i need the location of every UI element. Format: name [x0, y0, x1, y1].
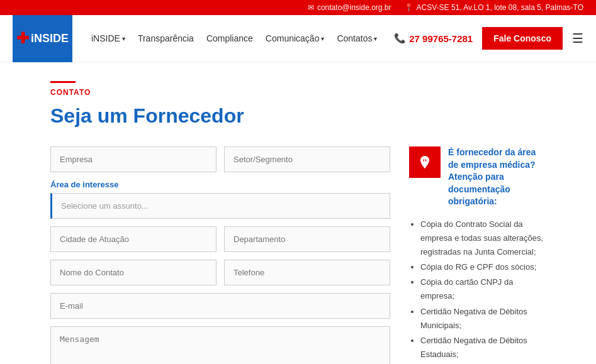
email-icon: ✉ [308, 3, 314, 12]
info-column: É fornecedor da área de empresa médica? … [409, 146, 546, 364]
email-group [50, 293, 390, 319]
info-title: É fornecedor da área de empresa médica? … [448, 146, 546, 208]
header: ✚ iNSIDE iNSIDE ▾ Transparência Complian… [0, 15, 596, 62]
header-right: 📞 27 99765-7281 Fale Conosco ☰ [394, 27, 583, 50]
mensagem-group [50, 326, 390, 364]
hamburger-icon[interactable]: ☰ [572, 31, 583, 46]
location-icon: 📍 [404, 3, 413, 12]
logo-text: iNSIDE [31, 32, 69, 45]
nav-item-compliance[interactable]: Compliance [206, 33, 253, 43]
list-item: Cópia do Contrato Social da empresa e to… [420, 218, 546, 259]
email-input[interactable] [50, 293, 390, 319]
section-label: CONTATO [50, 88, 546, 97]
content-area: Área de interesse Selecione um assunto..… [50, 146, 546, 364]
phone-number: 📞 27 99765-7281 [394, 33, 473, 44]
top-bar-email: ✉ contato@inside.org.br [308, 3, 391, 12]
cidade-input[interactable] [50, 226, 216, 252]
list-item: Cópia do RG e CPF dos sócios; [420, 260, 546, 274]
form-row-nome-telefone [50, 260, 390, 285]
svg-rect-1 [424, 160, 425, 162]
area-select[interactable]: Selecione um assunto... [50, 193, 390, 219]
mensagem-textarea[interactable] [50, 326, 390, 364]
svg-rect-0 [424, 158, 425, 159]
logo-cross-icon: ✚ [16, 30, 29, 47]
medical-icon-box [409, 146, 441, 178]
section-label-line [50, 81, 76, 83]
medical-icon [417, 155, 432, 170]
form-column: Área de interesse Selecione um assunto..… [50, 146, 390, 364]
empresa-input[interactable] [50, 146, 216, 172]
main-nav: iNSIDE ▾ Transparência Compliance Comuni… [91, 33, 394, 43]
list-item: Certidão Negativa de Débitos Municipais; [420, 305, 546, 333]
top-bar: ✉ contato@inside.org.br 📍 ACSV-SE 51, Av… [0, 0, 596, 15]
top-bar-address: 📍 ACSV-SE 51, Av.LO 1, lote 08, sala 5, … [404, 3, 583, 12]
page-title: Seja um Fornecedor [50, 104, 546, 128]
info-box: É fornecedor da área de empresa médica? … [409, 146, 546, 364]
nav-item-inside[interactable]: iNSIDE ▾ [91, 33, 125, 43]
nav-item-transparencia[interactable]: Transparência [138, 33, 194, 43]
form-row-empresa-setor [50, 146, 390, 172]
list-item: Certidão Negativa de Débitos Estaduais; [420, 334, 546, 361]
nav-item-comunicacao[interactable]: Comunicação ▾ [266, 33, 325, 43]
list-item: Cópia do cartão CNPJ da empresa; [420, 275, 546, 303]
telefone-input[interactable] [224, 260, 390, 285]
phone-icon: 📞 [394, 33, 406, 44]
logo[interactable]: ✚ iNSIDE [13, 15, 72, 62]
area-interesse-group: Área de interesse Selecione um assunto..… [50, 180, 390, 226]
nome-input[interactable] [50, 260, 216, 285]
fale-conosco-button[interactable]: Fale Conosco [482, 27, 563, 50]
form-row-cidade-depto [50, 226, 390, 252]
departamento-input[interactable] [224, 226, 390, 252]
nav-item-contatos[interactable]: Contatos ▾ [337, 33, 377, 43]
info-list: Cópia do Contrato Social da empresa e to… [409, 218, 546, 364]
setor-input[interactable] [224, 146, 390, 172]
main-content: CONTATO Seja um Fornecedor Área de inter… [0, 62, 596, 364]
area-label: Área de interesse [50, 180, 390, 189]
info-header: É fornecedor da área de empresa médica? … [409, 146, 546, 208]
